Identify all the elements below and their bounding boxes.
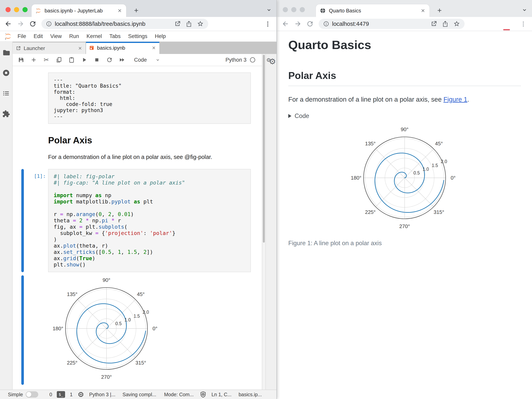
browser-tab[interactable]: Quarto Basics [316,4,430,17]
site-info-icon[interactable] [46,21,52,27]
menu-help[interactable]: Help [151,33,170,39]
running-kernels-icon[interactable] [2,69,10,77]
close-tab-icon[interactable] [420,8,425,13]
quarto-preview-browser-window: Quarto Basics localhost:4479 [277,0,532,399]
url-text[interactable]: localhost:4479 [332,21,426,27]
tab-search-chevron-icon[interactable] [266,7,272,13]
forward-icon[interactable] [294,20,302,28]
address-bar[interactable]: localhost:4479 [319,19,465,29]
svg-text:1.0: 1.0 [423,166,429,172]
cut-cells-icon[interactable]: ✂ [43,56,50,63]
cell-type-chevron-icon[interactable] [155,57,160,62]
cell-output: 0°45°90°135°180°225°270°315°0.51.01.52.0 [13,275,262,385]
open-in-new-icon[interactable] [430,20,437,27]
kernel-status-text[interactable]: Python 3 |... [89,392,115,397]
file-browser-icon[interactable] [2,49,10,56]
address-bar[interactable]: localhost:8888/lab/tree/basics.ipynb [41,19,208,29]
scrollbar-thumb[interactable] [263,55,265,243]
browser-toolbar: localhost:8888/lab/tree/basics.ipynb [0,17,276,31]
reload-icon[interactable] [29,20,37,28]
svg-text:180°: 180° [53,325,63,331]
section-heading: Polar Axis [288,70,521,86]
tab-launcher[interactable]: Launcher [13,43,86,54]
restart-run-all-icon[interactable] [119,56,125,63]
figure-polar-plot: 0°45°90°135°180°225°270°315°0.51.01.52.0 [343,125,466,234]
bookmark-star-icon[interactable] [453,20,460,27]
new-tab-button[interactable] [132,6,141,15]
back-icon[interactable] [282,20,290,28]
right-sidebar: ⚙⚙ [266,54,276,390]
minimize-window-button[interactable] [14,7,19,12]
editor-mode[interactable]: Mode: Com... [164,392,194,397]
share-icon[interactable] [185,20,192,27]
simple-mode-toggle[interactable] [26,391,38,398]
property-inspector-icon[interactable]: ⚙⚙ [266,57,276,390]
menu-view[interactable]: View [46,33,65,39]
close-tab-icon[interactable] [117,8,122,13]
window-controls [6,7,28,12]
terminal-icon: $_ [57,391,65,398]
restart-kernel-icon[interactable] [106,56,113,63]
fullscreen-window-button[interactable] [22,7,28,12]
browser-tabstrip: basics.ipynb - JupyterLab [0,0,276,17]
kernel-status-icon[interactable] [250,57,256,63]
cell-type-dropdown[interactable]: Code [134,57,147,63]
menu-file[interactable]: File [14,33,30,39]
save-icon[interactable] [18,56,25,63]
browser-menu-icon[interactable] [264,20,271,28]
menu-run[interactable]: Run [65,33,83,39]
menu-settings[interactable]: Settings [124,33,151,39]
figure-link[interactable]: Figure 1 [443,96,467,103]
svg-text:90°: 90° [401,126,408,132]
code-fold-toggle[interactable]: Code [288,112,521,120]
close-window-button[interactable] [6,7,11,12]
copy-cells-icon[interactable] [56,56,62,63]
back-icon[interactable] [4,20,12,28]
svg-text:0.5: 0.5 [413,170,420,175]
kernel-name-label[interactable]: Python 3 [226,57,247,63]
globe-favicon [320,8,326,14]
close-window-button[interactable] [283,7,288,12]
bookmark-star-icon[interactable] [197,20,204,27]
run-cell-icon[interactable] [81,56,88,63]
active-cell-indicator[interactable] [21,169,24,272]
reload-icon[interactable] [306,20,314,28]
menu-kernel[interactable]: Kernel [83,33,106,39]
svg-text:1.5: 1.5 [432,163,438,168]
svg-text:0°: 0° [451,175,456,181]
output-collapser[interactable] [21,275,24,385]
browser-tab[interactable]: basics.ipynb - JupyterLab [32,4,126,17]
terminals-count: 0 [49,392,52,397]
code-editor[interactable]: #| label: fig-polar#| fig-cap: "A line p… [48,169,251,272]
browser-menu-icon[interactable] [520,20,527,28]
share-icon[interactable] [442,20,449,27]
menu-tabs[interactable]: Tabs [106,33,124,39]
yaml-raw-cell[interactable]: --- title: "Quarto Basics" format: html:… [13,73,262,124]
minimize-window-button[interactable] [291,7,296,12]
tab-launcher-label: Launcher [24,45,78,51]
svg-text:315°: 315° [434,209,444,215]
close-basics-tab-icon[interactable] [152,45,156,50]
svg-text:45°: 45° [137,291,145,297]
tab-basics-ipynb[interactable]: basics.ipynb [86,42,159,54]
open-in-new-icon[interactable] [174,20,181,27]
forward-icon[interactable] [17,20,25,28]
close-launcher-tab-icon[interactable] [78,46,82,51]
fullscreen-window-button[interactable] [300,7,305,12]
table-of-contents-icon[interactable] [2,89,10,97]
menu-edit[interactable]: Edit [30,33,47,39]
url-text[interactable]: localhost:8888/lab/tree/basics.ipynb [55,21,170,27]
add-cell-icon[interactable] [30,56,37,63]
new-tab-button[interactable] [435,6,444,15]
site-info-icon[interactable] [323,21,329,27]
notebook-heading: Polar Axis [48,135,262,146]
cursor-position[interactable]: Ln 1, C... [211,392,231,397]
yaml-cell-text[interactable]: --- title: "Quarto Basics" format: html:… [54,77,245,120]
paste-cells-icon[interactable] [68,56,75,63]
interrupt-kernel-icon[interactable] [94,56,100,63]
jupyter-favicon [36,8,41,14]
tab-search-chevron-icon[interactable] [521,7,528,13]
notebook-scrollbar[interactable] [262,54,266,390]
svg-text:135°: 135° [67,291,77,297]
extension-manager-icon[interactable] [2,110,10,118]
